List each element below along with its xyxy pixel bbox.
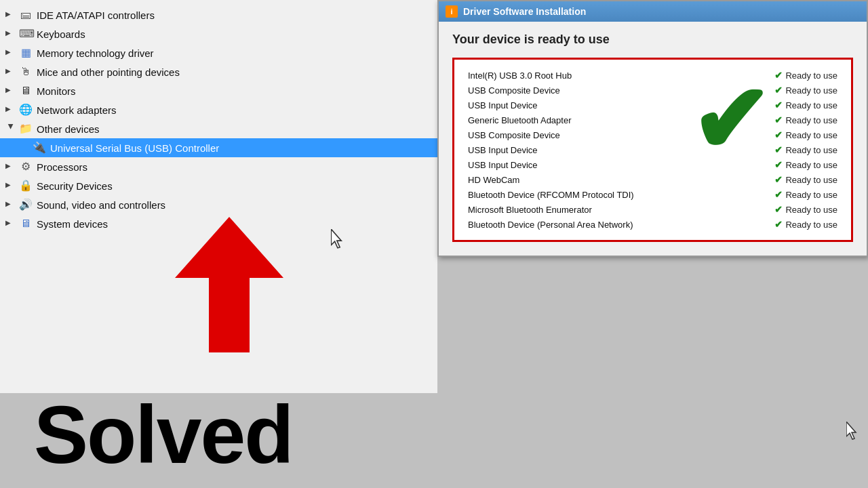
check-icon-1: ✔	[774, 85, 783, 96]
icon-keyboards: ⌨	[19, 27, 33, 41]
check-icon-6: ✔	[774, 159, 783, 170]
label-network: Network adapters	[37, 104, 117, 116]
icon-processors: ⚙	[19, 160, 33, 174]
expand-icon-processors: ▶	[5, 162, 15, 171]
expand-icon-network: ▶	[5, 105, 15, 115]
check-icon-10: ✔	[774, 219, 783, 230]
ready-text-3: Ready to use	[785, 115, 837, 125]
device-row-3: Generic Bluetooth Adapter ✔ Ready to use	[465, 113, 840, 127]
expand-icon-keyboards: ▶	[5, 29, 15, 39]
check-icon-7: ✔	[774, 174, 783, 185]
mouse-cursor-dialog	[846, 422, 860, 441]
ready-text-5: Ready to use	[785, 145, 837, 155]
device-status-1: ✔ Ready to use	[709, 83, 840, 98]
expand-icon-security: ▶	[5, 181, 15, 190]
red-arrow	[175, 217, 283, 352]
tree-item-usb-controller[interactable]: 🔌 Universal Serial Bus (USB) Controller	[0, 138, 437, 157]
check-icon-8: ✔	[774, 189, 783, 200]
device-row-8: Bluetooth Device (RFCOMM Protocol TDI) ✔…	[465, 187, 840, 202]
device-name-3: Generic Bluetooth Adapter	[465, 113, 709, 127]
device-name-10: Bluetooth Device (Personal Area Network)	[465, 217, 709, 232]
expand-icon-sound: ▶	[5, 200, 15, 209]
svg-marker-2	[331, 229, 341, 248]
dialog-titlebar: i Driver Software Installation	[439, 1, 867, 22]
label-keyboards: Keyboards	[37, 28, 85, 40]
device-name-4: USB Composite Device	[465, 127, 709, 142]
device-tree: ▶ 🖴 IDE ATA/ATAPI controllers ▶ ⌨ Keyboa…	[0, 0, 437, 239]
label-processors: Processors	[37, 161, 87, 173]
tree-item-monitors[interactable]: ▶ 🖥 Monitors	[0, 81, 437, 100]
solved-text: Solved	[34, 388, 292, 481]
device-status-0: ✔ Ready to use	[709, 68, 840, 83]
check-icon-4: ✔	[774, 129, 783, 140]
expand-icon-other: ▶	[5, 124, 15, 134]
label-usb-controller: Universal Serial Bus (USB) Controller	[50, 142, 219, 154]
device-status-9: ✔ Ready to use	[709, 202, 840, 217]
label-monitors: Monitors	[37, 85, 76, 97]
label-system: System devices	[37, 218, 108, 230]
device-name-6: USB Input Device	[465, 157, 709, 172]
device-row-6: USB Input Device ✔ Ready to use	[465, 157, 840, 172]
label-memory: Memory technology driver	[37, 47, 154, 59]
dialog-content: Your device is ready to use ✔ Intel(R) U…	[439, 22, 867, 256]
tree-item-network[interactable]: ▶ 🌐 Network adapters	[0, 100, 437, 119]
expand-icon-mice: ▶	[5, 67, 15, 77]
expand-icon-system: ▶	[5, 219, 15, 228]
device-name-9: Microsoft Bluetooth Enumerator	[465, 202, 709, 217]
device-row-0: Intel(R) USB 3.0 Root Hub ✔ Ready to use	[465, 68, 840, 83]
svg-marker-0	[175, 217, 283, 352]
icon-network: 🌐	[19, 103, 33, 117]
icon-monitors: 🖥	[19, 84, 33, 98]
check-icon-9: ✔	[774, 204, 783, 215]
device-name-8: Bluetooth Device (RFCOMM Protocol TDI)	[465, 187, 709, 202]
device-row-5: USB Input Device ✔ Ready to use	[465, 142, 840, 157]
label-security: Security Devices	[37, 180, 113, 192]
device-status-7: ✔ Ready to use	[709, 172, 840, 187]
tree-item-security[interactable]: ▶ 🔒 Security Devices	[0, 176, 437, 195]
expand-icon-monitors: ▶	[5, 86, 15, 96]
ready-text-8: Ready to use	[785, 190, 837, 200]
check-icon-2: ✔	[774, 100, 783, 110]
tree-item-processors[interactable]: ▶ ⚙ Processors	[0, 157, 437, 176]
icon-system: 🖥	[19, 217, 33, 230]
ready-text-1: Ready to use	[785, 85, 837, 96]
icon-security: 🔒	[19, 179, 33, 192]
tree-item-sound[interactable]: ▶ 🔊 Sound, video and controllers	[0, 195, 437, 214]
ready-text-10: Ready to use	[785, 220, 837, 230]
device-status-panel: ✔ Intel(R) USB 3.0 Root Hub ✔ Ready to u…	[452, 58, 853, 242]
device-row-10: Bluetooth Device (Personal Area Network)…	[465, 217, 840, 232]
ready-text-2: Ready to use	[785, 100, 837, 110]
dialog-subtitle: Your device is ready to use	[452, 33, 853, 47]
icon-memory: ▦	[19, 46, 33, 60]
check-icon-3: ✔	[774, 115, 783, 125]
tree-item-keyboards[interactable]: ▶ ⌨ Keyboards	[0, 24, 437, 43]
device-row-4: USB Composite Device ✔ Ready to use	[465, 127, 840, 142]
ready-text-4: Ready to use	[785, 130, 837, 140]
tree-item-other[interactable]: ▶ 📁 Other devices	[0, 119, 437, 138]
device-name-7: HD WebCam	[465, 172, 709, 187]
device-row-2: USB Input Device ✔ Ready to use	[465, 98, 840, 113]
device-status-4: ✔ Ready to use	[709, 127, 840, 142]
expand-icon-ide: ▶	[5, 10, 15, 20]
icon-usb-controller: 🔌	[33, 141, 46, 155]
device-status-6: ✔ Ready to use	[709, 157, 840, 172]
ready-text-9: Ready to use	[785, 205, 837, 215]
ready-text-0: Ready to use	[785, 70, 837, 81]
icon-ide: 🖴	[19, 8, 33, 22]
tree-item-ide[interactable]: ▶ 🖴 IDE ATA/ATAPI controllers	[0, 5, 437, 24]
device-status-3: ✔ Ready to use	[709, 113, 840, 127]
device-name-0: Intel(R) USB 3.0 Root Hub	[465, 68, 709, 83]
label-ide: IDE ATA/ATAPI controllers	[37, 9, 155, 21]
tree-item-mice[interactable]: ▶ 🖱 Mice and other pointing devices	[0, 62, 437, 81]
device-name-2: USB Input Device	[465, 98, 709, 113]
device-status-5: ✔ Ready to use	[709, 142, 840, 157]
driver-install-dialog: i Driver Software Installation Your devi…	[437, 0, 868, 257]
tree-item-memory[interactable]: ▶ ▦ Memory technology driver	[0, 43, 437, 62]
device-status-table: Intel(R) USB 3.0 Root Hub ✔ Ready to use…	[465, 68, 840, 232]
device-row-1: USB Composite Device ✔ Ready to use	[465, 83, 840, 98]
label-sound: Sound, video and controllers	[37, 199, 165, 211]
ready-text-6: Ready to use	[785, 160, 837, 170]
icon-mice: 🖱	[19, 65, 33, 79]
device-row-9: Microsoft Bluetooth Enumerator ✔ Ready t…	[465, 202, 840, 217]
device-status-2: ✔ Ready to use	[709, 98, 840, 113]
